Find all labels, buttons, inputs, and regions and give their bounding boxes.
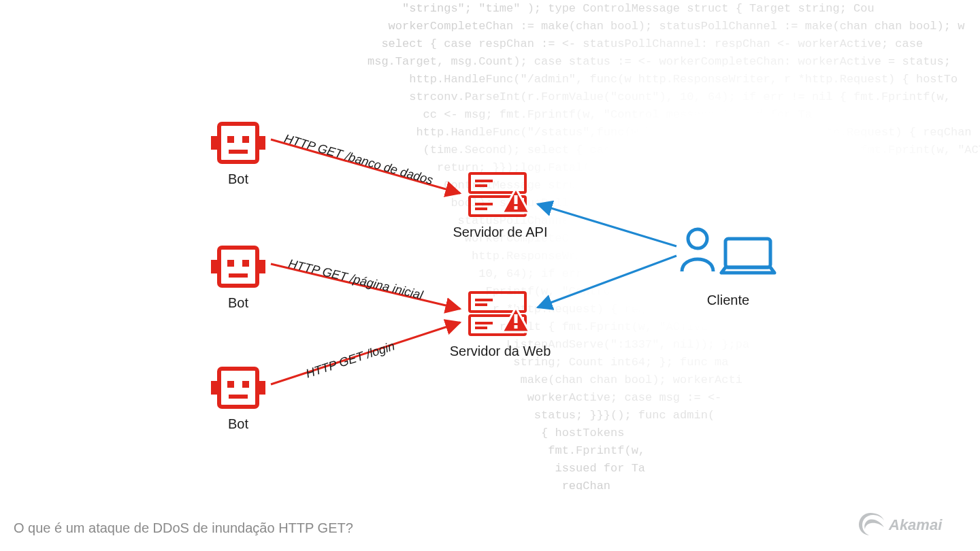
svg-point-34: [688, 229, 707, 248]
svg-rect-0: [219, 124, 257, 162]
svg-rect-22: [475, 203, 493, 205]
svg-rect-33: [514, 325, 518, 329]
svg-rect-35: [725, 239, 770, 267]
svg-rect-28: [475, 303, 487, 306]
diagram-canvas: [0, 0, 980, 551]
bot1-label: Bot: [211, 171, 265, 187]
svg-rect-19: [475, 180, 493, 182]
svg-rect-31: [475, 327, 487, 329]
svg-rect-3: [227, 136, 234, 143]
svg-text:Akamai: Akamai: [888, 516, 943, 533]
svg-rect-23: [475, 207, 487, 210]
arrow-client-web: [538, 256, 676, 307]
server-icon: [470, 293, 529, 335]
svg-rect-1: [211, 136, 219, 150]
caption-text: O que é um ataque de DDoS de inundação H…: [14, 520, 353, 536]
svg-rect-27: [475, 299, 493, 301]
svg-rect-17: [229, 395, 248, 399]
bot-icon: [211, 248, 265, 286]
svg-rect-8: [257, 260, 265, 273]
svg-rect-14: [257, 381, 265, 395]
bot2-label: Bot: [211, 295, 265, 311]
svg-rect-15: [227, 381, 234, 388]
api-server-label: Servidor de API: [442, 224, 558, 240]
svg-rect-10: [242, 260, 249, 267]
bot3-label: Bot: [211, 416, 265, 432]
svg-rect-25: [514, 206, 518, 210]
svg-rect-13: [211, 381, 219, 395]
arrow-client-api: [538, 204, 676, 246]
svg-rect-30: [475, 322, 493, 324]
client-icon: [682, 229, 774, 273]
bot-icon: [211, 124, 265, 162]
svg-rect-24: [514, 195, 518, 204]
bot-icon: [211, 369, 265, 407]
svg-rect-11: [229, 273, 248, 278]
svg-rect-4: [242, 136, 249, 143]
svg-rect-12: [219, 369, 257, 407]
server-icon: [470, 173, 529, 216]
svg-rect-5: [229, 150, 248, 154]
web-server-label: Servidor da Web: [442, 344, 558, 359]
svg-rect-7: [211, 260, 219, 273]
akamai-logo: Akamai: [858, 509, 960, 539]
svg-rect-2: [257, 136, 265, 150]
svg-rect-20: [475, 184, 487, 187]
svg-rect-6: [219, 248, 257, 286]
svg-rect-9: [227, 260, 234, 267]
client-label: Cliente: [681, 293, 776, 308]
svg-rect-16: [242, 381, 249, 388]
svg-rect-32: [514, 314, 518, 323]
